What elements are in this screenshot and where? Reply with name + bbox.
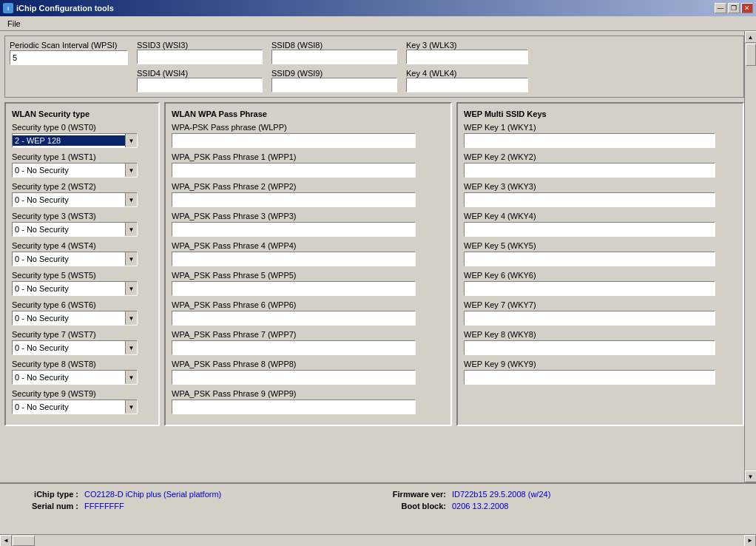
- security-arrow-8[interactable]: ▼: [125, 371, 137, 384]
- ssid3-input[interactable]: [137, 50, 263, 64]
- wep-input-7[interactable]: [464, 311, 715, 326]
- status-bar: iChip type : CO2128-D iChip plus (Serial…: [0, 482, 756, 534]
- boot-block-row: Boot block: 0206 13.2.2008: [379, 502, 744, 510]
- wep-input-2[interactable]: [464, 163, 715, 178]
- ssid4-label: SSID4 (WSI4): [137, 69, 188, 78]
- security-selected-6[interactable]: 0 - No Security: [13, 313, 125, 323]
- security-selected-1[interactable]: 0 - No Security: [13, 165, 125, 175]
- scroll-left-button[interactable]: ◄: [0, 535, 12, 547]
- periodic-scan-field: Periodic Scan Interval (WPSI): [10, 41, 128, 92]
- serial-num-label: Serial num :: [12, 502, 78, 510]
- scroll-right-button[interactable]: ►: [744, 535, 756, 547]
- wep-input-1[interactable]: [464, 133, 715, 148]
- scroll-down-button[interactable]: ▼: [745, 471, 757, 482]
- wpa-input-6[interactable]: [172, 311, 416, 326]
- security-label-4: Security type 4 (WST4): [12, 241, 152, 250]
- security-selected-3[interactable]: 0 - No Security: [13, 224, 125, 235]
- periodic-scan-input[interactable]: [10, 50, 128, 65]
- h-scroll-track: [12, 535, 744, 547]
- key3-input[interactable]: [406, 50, 528, 64]
- wep-input-3[interactable]: [464, 192, 715, 207]
- ssid38-col: SSID3 (WSI3) SSID4 (WSI4): [137, 41, 263, 92]
- wpa-input-9[interactable]: [172, 400, 416, 414]
- wep-input-4[interactable]: [464, 222, 715, 237]
- security-item-6: Security type 6 (WST6) 0 - No Security ▼: [12, 300, 152, 326]
- window-content: Periodic Scan Interval (WPSI) SSID3 (WSI…: [0, 31, 756, 546]
- security-dropdown-4[interactable]: 0 - No Security ▼: [12, 252, 138, 266]
- wpa-input-5[interactable]: [172, 281, 416, 296]
- wep-item-1: WEP Key 1 (WKY1): [464, 123, 737, 148]
- wpa-input-8[interactable]: [172, 370, 416, 385]
- firmware-ver-value: ID722b15 29.5.2008 (w/24): [452, 490, 550, 499]
- boot-block-value: 0206 13.2.2008: [452, 502, 508, 510]
- security-arrow-7[interactable]: ▼: [125, 341, 137, 354]
- restore-button[interactable]: ❐: [728, 3, 740, 13]
- security-dropdown-0[interactable]: 2 - WEP 128 ▼: [12, 133, 138, 148]
- horizontal-scrollbar[interactable]: ◄ ►: [0, 534, 756, 546]
- security-dropdown-5[interactable]: 0 - No Security ▼: [12, 281, 138, 296]
- wpa-input-7[interactable]: [172, 340, 416, 355]
- wep-input-8[interactable]: [464, 340, 715, 355]
- security-dropdown-3[interactable]: 0 - No Security ▼: [12, 222, 138, 237]
- wpa-input-2[interactable]: [172, 192, 416, 207]
- security-selected-2[interactable]: 0 - No Security: [13, 195, 125, 205]
- wpa-label-0: WPA-PSK Pass phrase (WLPP): [172, 123, 445, 132]
- security-selected-4[interactable]: 0 - No Security: [13, 254, 125, 264]
- wpa-item-3: WPA_PSK Pass Phrase 3 (WPP3): [172, 212, 445, 237]
- security-selected-7[interactable]: 0 - No Security: [13, 343, 125, 353]
- wep-label-5: WEP Key 5 (WKY5): [464, 241, 737, 250]
- wep-item-4: WEP Key 4 (WKY4): [464, 212, 737, 237]
- scroll-thumb[interactable]: [746, 44, 756, 66]
- wpa-input-3[interactable]: [172, 222, 416, 237]
- wpa-item-9: WPA_PSK Pass Phrase 9 (WPP9): [172, 389, 445, 414]
- security-dropdown-1[interactable]: 0 - No Security ▼: [12, 163, 138, 178]
- wpa-input-0[interactable]: [172, 133, 416, 148]
- serial-num-value: FFFFFFFF: [84, 502, 124, 510]
- security-dropdown-8[interactable]: 0 - No Security ▼: [12, 370, 138, 385]
- minimize-button[interactable]: —: [715, 3, 726, 13]
- security-label-3: Security type 3 (WST3): [12, 212, 152, 220]
- wpa-label-7: WPA_PSK Pass Phrase 7 (WPP7): [172, 330, 445, 339]
- security-arrow-4[interactable]: ▼: [125, 252, 137, 266]
- h-scroll-thumb[interactable]: [13, 536, 35, 546]
- security-selected-5[interactable]: 0 - No Security: [13, 283, 125, 294]
- security-selected-9[interactable]: 0 - No Security: [13, 402, 125, 412]
- vertical-scrollbar[interactable]: ▲ ▼: [744, 31, 756, 482]
- security-arrow-2[interactable]: ▼: [125, 193, 137, 206]
- wpa-section-title: WLAN WPA Pass Phrase: [172, 109, 445, 118]
- ssid9-input[interactable]: [271, 78, 397, 92]
- wpa-input-1[interactable]: [172, 163, 416, 178]
- security-selected-0[interactable]: 2 - WEP 128: [13, 135, 125, 146]
- security-arrow-1[interactable]: ▼: [125, 164, 137, 177]
- security-dropdown-6[interactable]: 0 - No Security ▼: [12, 311, 138, 326]
- security-dropdown-9[interactable]: 0 - No Security ▼: [12, 400, 138, 414]
- wep-input-9[interactable]: [464, 370, 715, 385]
- security-dropdown-7[interactable]: 0 - No Security ▼: [12, 340, 138, 355]
- wpa-label-1: WPA_PSK Pass Phrase 1 (WPP1): [172, 152, 445, 161]
- key4-input[interactable]: [406, 78, 528, 92]
- security-label-6: Security type 6 (WST6): [12, 300, 152, 309]
- wpa-section: WLAN WPA Pass Phrase WPA-PSK Pass phrase…: [164, 102, 452, 426]
- security-arrow-3[interactable]: ▼: [125, 223, 137, 236]
- security-arrow-0[interactable]: ▼: [125, 134, 137, 147]
- security-selected-8[interactable]: 0 - No Security: [13, 372, 125, 382]
- ssid8-input[interactable]: [271, 50, 397, 64]
- wep-input-5[interactable]: [464, 252, 715, 266]
- wpa-input-4[interactable]: [172, 252, 416, 266]
- ssid4-input[interactable]: [137, 78, 263, 92]
- ichip-type-value: CO2128-D iChip plus (Serial platform): [84, 490, 221, 499]
- wep-label-4: WEP Key 4 (WKY4): [464, 212, 737, 220]
- periodic-scan-label: Periodic Scan Interval (WPSI): [10, 41, 128, 50]
- wpa-item-7: WPA_PSK Pass Phrase 7 (WPP7): [172, 330, 445, 355]
- security-arrow-9[interactable]: ▼: [125, 400, 137, 414]
- wep-input-6[interactable]: [464, 281, 715, 296]
- close-button[interactable]: ✕: [741, 3, 753, 13]
- security-arrow-5[interactable]: ▼: [125, 282, 137, 295]
- ssid3-label: SSID3 (WSI3): [137, 41, 188, 50]
- scroll-up-button[interactable]: ▲: [745, 31, 757, 43]
- security-arrow-6[interactable]: ▼: [125, 311, 137, 325]
- menu-file[interactable]: File: [3, 18, 25, 29]
- security-dropdown-2[interactable]: 0 - No Security ▼: [12, 192, 138, 207]
- security-item-8: Security type 8 (WST8) 0 - No Security ▼: [12, 360, 152, 385]
- title-bar: i iChip Configuration tools — ❐ ✕: [0, 0, 756, 16]
